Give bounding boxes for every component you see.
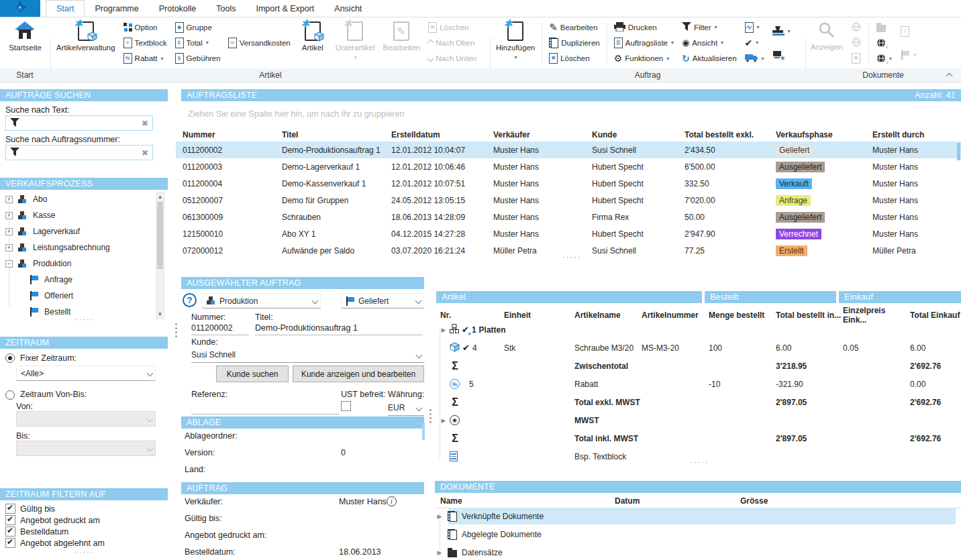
order-row[interactable]: 061300009 Schrauben 18.06.2013 14:28:09 … [176,209,961,225]
tree-scrollbar[interactable]: ▲ ▼ [156,192,164,319]
col-kunde[interactable]: Kunde [592,130,685,139]
col-menge-bestellt[interactable]: Menge bestellt [709,311,776,320]
collapse-minus-icon[interactable]: − [5,260,13,268]
col-nr[interactable]: Nr. [440,311,504,320]
zeitraum-vonbis-radio[interactable] [5,390,15,400]
article-row[interactable]: Σ Zwischentotal 3'218.95 2'692.76 [435,357,961,375]
article-row[interactable]: ▶✔▲1Platten [435,321,961,339]
tab-protokolle[interactable]: Protokolle [149,0,207,17]
prozess-select[interactable]: Produktion [202,293,321,309]
unterartikel-button[interactable]: ∗ Unterartikel ▾ [332,18,378,68]
fixer-zeitraum-select[interactable]: <Alle> [16,366,156,381]
gueltig-bis-checkbox[interactable] [5,504,15,514]
aktualisieren-button[interactable]: ↻Aktualisieren [679,51,740,66]
artikelverwaltung-button[interactable]: ∗ Artikelverwaltung [53,18,119,68]
article-row[interactable]: ▶◉ MWST [435,411,961,429]
nach-unten-button[interactable]: Nach Unten [425,51,479,66]
col-name[interactable]: Name [440,496,615,506]
nach-oben-button[interactable]: Nach Oben [425,36,479,50]
startseite-button[interactable]: Startseite [5,18,45,68]
doc-download-all-button[interactable]: ↓▾ [874,51,895,66]
anzeigen-button[interactable]: Anzeigen [807,18,846,68]
fixer-zeitraum-radio[interactable] [5,353,15,363]
resize-grip[interactable]: ····· [75,315,94,323]
doc-delete-button[interactable]: ✖ [849,51,864,66]
col-datum[interactable]: Datum [615,496,740,506]
protocol-button[interactable]: ▾ [742,20,767,35]
bestelldatum-checkbox[interactable] [5,526,15,537]
article-row[interactable]: ✔4 Stk Schraube M3/20 MS-M3-20 100 6.00 … [435,339,961,357]
artikel-loeschen-button[interactable]: ✖Löschen [425,20,479,35]
scrollbar-thumb[interactable] [157,202,163,269]
resize-grip[interactable]: ····· [690,458,709,466]
expand-arrow-icon[interactable]: ▶ [436,513,443,520]
order-row[interactable]: 121500010 Abo XY 1 04.12.2015 14:27:28 M… [176,225,961,242]
kunde-select[interactable]: Susi Schnell [191,347,424,363]
hinzufuegen-button[interactable]: ∗ Hinzufügen ▾ [493,18,538,68]
clear-icon[interactable]: ✖ [142,119,148,128]
ribbon-collapse-icon[interactable] [946,73,953,80]
total-button[interactable]: ΣTotal▾ [172,36,223,50]
auftragsliste-button[interactable]: ≣Auftragsliste▾ [611,36,676,50]
artikel-add-button[interactable]: ∗ Artikel [295,18,331,68]
scroll-down-icon[interactable]: ▼ [156,311,164,317]
tree-item-offeriert[interactable]: Offeriert [30,288,73,303]
document-row-datensaetze[interactable]: ▶ Datensätze [436,544,503,560]
col-verkaufsphase[interactable]: Verkaufsphase [776,130,872,139]
scrollbar-thumb[interactable] [957,143,960,160]
resize-grip[interactable]: ····· [562,253,581,261]
col-erstelldatum[interactable]: Erstelldatum [391,130,493,139]
delivery-button[interactable]: ▾ [742,51,767,66]
doc-upload-button[interactable] [849,20,864,35]
col-total-einkauf[interactable]: Total Einkauf o... [910,311,961,320]
shop-button[interactable]: ★ [770,48,793,62]
expand-plus-icon[interactable]: + [5,196,13,203]
col-erstellt-durch[interactable]: Erstellt durch [872,130,961,139]
expand-arrow-icon[interactable]: ▶ [440,327,447,333]
tree-item-abo[interactable]: +Abo [5,192,47,207]
ust-befreit-checkbox[interactable] [341,401,351,411]
search-number-input[interactable]: ✖ [5,145,153,160]
document-row-verknuepfte[interactable]: ▶ Verknüpfte Dokumente [436,508,544,524]
col-einheit[interactable]: Einheit [504,311,574,320]
tab-programme[interactable]: Programme [85,0,148,17]
nummer-field[interactable]: 011200002 [191,323,249,335]
panel-splitter[interactable] [429,409,432,423]
tab-import-export[interactable]: Import & Export [246,0,324,17]
help-icon[interactable]: ? [183,293,197,307]
expand-plus-icon[interactable]: + [5,212,13,219]
resize-grip[interactable]: ····· [75,548,94,556]
artikel-bearbeiten-button[interactable]: ✎ Bearbeiten [380,18,424,68]
titel-field[interactable]: Demo-Produktionsauftrag 1 [255,323,423,335]
doc-info-button[interactable]: i [898,24,919,39]
doc-download-button[interactable]: ↓ [874,36,895,50]
tree-item-produktion[interactable]: −Produktion [5,256,71,271]
duplizieren-button[interactable]: Duplizieren [546,36,603,50]
expand-plus-icon[interactable]: + [5,244,13,251]
tree-item-lagerverkauf[interactable]: +Lagerverkauf [5,224,80,239]
scroll-up-icon[interactable]: ▲ [156,194,164,200]
col-artikelname[interactable]: Artikelname [574,311,642,320]
order-row[interactable]: 011200004 Demo-Kassenverkauf 1 12.01.201… [176,175,961,192]
articles-header-row[interactable]: Nr. Einheit Artikelname Artikelnummer Me… [435,306,961,321]
funktionen-button[interactable]: ⚙Funktionen▾ [611,51,676,66]
document-row-abgelegte[interactable]: Abgelegte Dokumente [436,526,542,543]
col-verkaeufer[interactable]: Verkäufer [493,130,592,139]
angebot-abgelehnt-checkbox[interactable] [5,538,15,548]
groupby-hint[interactable]: Ziehen Sie eine Spalte hier hin, um nach… [188,109,404,119]
col-titel[interactable]: Titel [282,130,391,139]
confirm-button[interactable]: ✔▾ [742,36,767,50]
kunde-suchen-button[interactable]: Kunde suchen [216,366,289,382]
tree-item-anfrage[interactable]: Anfrage [30,272,72,287]
clear-icon[interactable]: ✖ [142,148,148,158]
tree-item-kasse[interactable]: +Kasse [5,208,55,223]
orders-header-row[interactable]: Nummer Titel Erstelldatum Verkäufer Kund… [176,127,961,142]
col-artikelnummer[interactable]: Artikelnummer [642,311,709,320]
info-icon[interactable]: i [387,496,397,506]
col-total[interactable]: Total bestellt exkl. [685,130,776,139]
panel-splitter[interactable] [175,323,177,337]
order-row[interactable]: 051200007 Demo für Gruppen 24.05.2012 13… [176,192,961,209]
angebot-gedruckt-checkbox[interactable] [5,515,15,525]
order-row[interactable]: 011200003 Demo-Lagerverkauf 1 12.01.2012… [176,158,961,175]
gruppe-button[interactable]: ◆Gruppe [172,20,223,35]
